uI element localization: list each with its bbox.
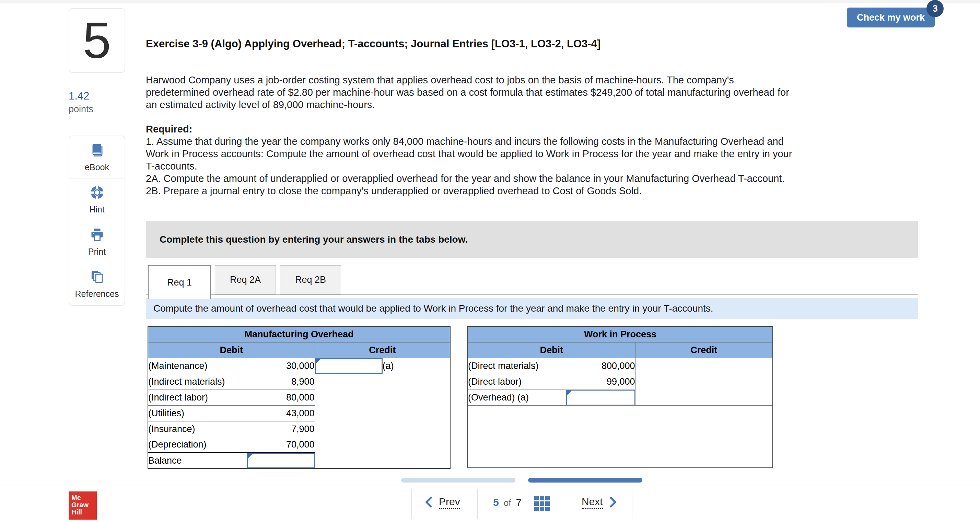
ebook-label: eBook	[85, 162, 109, 172]
required-item-2b: 2B. Prepare a journal entry to close the…	[146, 185, 794, 197]
logo-line: Mc	[72, 494, 97, 501]
mo-credit-header: Credit	[315, 342, 450, 358]
wip-debit-label: (Direct labor)	[468, 374, 566, 390]
mo-debit-label: (Maintenance)	[148, 358, 247, 374]
references-button[interactable]: References	[69, 263, 124, 305]
footer-separator	[477, 489, 478, 519]
wip-table-title: Work in Process	[468, 326, 773, 342]
page-indicator: 5 of 7	[493, 497, 522, 508]
mo-debit-label: (Indirect labor)	[148, 390, 247, 405]
chevron-right-icon	[608, 496, 618, 509]
mo-credit-ref: (a)	[382, 358, 450, 374]
cell-marker-icon	[567, 391, 572, 395]
hint-button[interactable]: Hint	[69, 178, 124, 220]
work-in-process-table: Work in Process Debit Credit (Direct mat…	[467, 326, 773, 468]
table-row: (Direct materials) 800,000	[468, 358, 773, 374]
manufacturing-overhead-table: Manufacturing Overhead Debit Credit (Mai…	[148, 326, 450, 469]
life-ring-icon	[89, 185, 105, 202]
mo-debit-label: (Indirect materials)	[148, 374, 247, 390]
references-label: References	[75, 289, 119, 299]
mo-debit-label: (Insurance)	[148, 421, 247, 437]
tab-req-2a[interactable]: Req 2A	[215, 265, 276, 294]
question-map-grid-icon[interactable]	[534, 496, 550, 511]
wip-debit-label: (Direct materials)	[468, 358, 566, 374]
check-my-work-button[interactable]: Check my work	[847, 8, 935, 27]
table-row	[468, 405, 773, 468]
question-number-box: 5	[68, 8, 125, 73]
wip-debit-amount: 800,000	[566, 358, 635, 374]
chevron-left-icon	[424, 496, 434, 509]
logo-line: Hill	[72, 509, 97, 516]
question-tools-card: eBook Hint	[68, 135, 125, 306]
mo-debit-header: Debit	[148, 342, 315, 358]
mo-debit-amount: 8,900	[247, 374, 315, 390]
stacked-pages-icon	[89, 269, 105, 286]
points-value: 1.42	[68, 90, 89, 102]
page-of-label: of	[504, 498, 511, 508]
wip-table-scrollbar[interactable]	[528, 478, 642, 482]
mo-debit-amount: 80,000	[247, 390, 315, 405]
required-item-1: 1. Assume that during the year the compa…	[146, 135, 794, 172]
required-section: Required: 1. Assume that during the year…	[146, 123, 794, 197]
prev-label: Prev	[439, 496, 460, 509]
connect-question-page: Check my work 3 5 1.42 points eBook	[0, 0, 980, 522]
cell-marker-icon	[316, 359, 320, 364]
printer-icon	[89, 227, 105, 244]
ebook-button[interactable]: eBook	[69, 136, 124, 178]
hint-label: Hint	[89, 205, 104, 215]
top-strip	[0, 0, 980, 3]
footer-separator	[566, 489, 566, 519]
mo-credit-empty-region	[315, 374, 450, 468]
requirement-tabs: Req 1 Req 2A Req 2B	[146, 265, 918, 295]
table-row: (Maintenance) 30,000 (a)	[148, 358, 450, 374]
mo-debit-amount: 43,000	[247, 405, 315, 421]
wip-debit-amount: 99,000	[566, 374, 635, 390]
wip-credit-empty-region	[635, 358, 773, 405]
points-label: points	[68, 104, 93, 115]
next-button[interactable]: Next	[582, 496, 618, 509]
banner-text: Complete this question by entering your …	[146, 234, 468, 245]
wip-overhead-input[interactable]	[566, 390, 635, 405]
mcgraw-hill-logo: Mc Graw Hill	[68, 492, 97, 520]
page-current: 5	[493, 497, 499, 508]
mo-debit-amount: 30,000	[247, 358, 315, 374]
wip-credit-header: Credit	[635, 342, 773, 358]
mo-balance-input[interactable]	[247, 453, 315, 468]
required-item-2a: 2A. Compute the amount of underapplied o…	[146, 172, 794, 185]
mo-debit-amount: 7,900	[247, 421, 315, 437]
mo-table-scrollbar[interactable]	[401, 478, 515, 482]
footer-bar: Mc Graw Hill Prev 5 of 7 Next	[0, 486, 980, 522]
mo-credit-input[interactable]	[315, 358, 382, 374]
mo-debit-label: (Utilities)	[148, 405, 247, 421]
required-label: Required:	[146, 123, 794, 135]
question-number: 5	[83, 15, 111, 66]
complete-question-banner: Complete this question by entering your …	[146, 221, 918, 258]
prev-button[interactable]: Prev	[424, 496, 460, 509]
check-count-badge: 3	[926, 0, 943, 17]
exercise-intro: Harwood Company uses a job-order costing…	[146, 74, 794, 111]
tab-req-1[interactable]: Req 1	[148, 265, 211, 299]
mo-debit-label: (Depreciation)	[148, 437, 247, 453]
tab-instruction-text: Compute the amount of overhead cost that…	[146, 303, 713, 314]
mo-balance-label: Balance	[148, 453, 247, 468]
tab-req-2b[interactable]: Req 2B	[280, 265, 341, 294]
wip-overhead-label: (Overhead) (a)	[468, 390, 566, 405]
wip-debit-header: Debit	[468, 342, 635, 358]
print-label: Print	[88, 247, 106, 257]
wip-bottom-empty-region	[468, 405, 773, 468]
table-row: (Indirect materials) 8,900	[148, 374, 450, 390]
page-total: 7	[516, 497, 522, 508]
book-icon	[89, 142, 105, 159]
tab-instruction-bar: Compute the amount of overhead cost that…	[146, 298, 918, 319]
exercise-title: Exercise 3-9 (Algo) Applying Overhead; T…	[146, 38, 866, 50]
print-button[interactable]: Print	[69, 221, 124, 263]
mo-table-title: Manufacturing Overhead	[148, 326, 450, 342]
cell-marker-icon	[248, 454, 253, 458]
logo-line: Graw	[72, 501, 97, 509]
footer-separator	[411, 489, 412, 519]
next-label: Next	[582, 496, 603, 509]
footer-separator	[632, 489, 632, 519]
mo-debit-amount: 70,000	[247, 437, 315, 453]
